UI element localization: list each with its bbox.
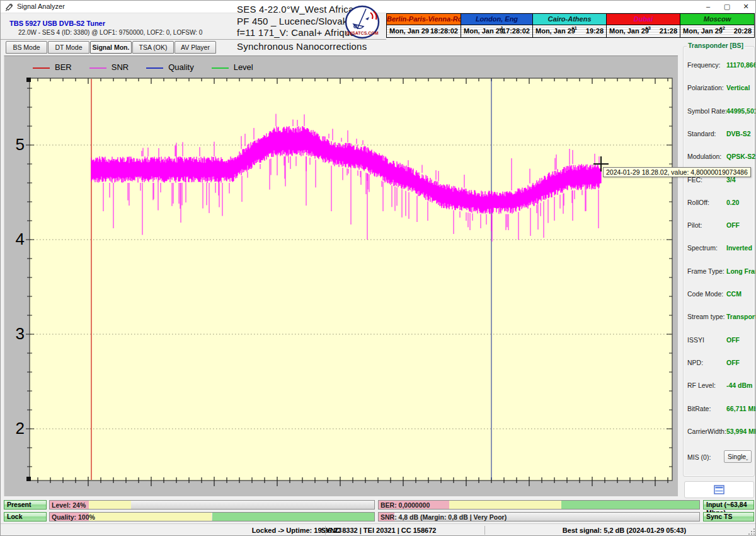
progress-segment — [89, 513, 212, 521]
resize-grip[interactable] — [748, 528, 755, 535]
clock-date: Mon, Jan 29 — [683, 27, 723, 35]
maximize-button[interactable]: ▢ — [718, 1, 736, 13]
statusbar-separator — [484, 526, 485, 535]
legend-label: SNR — [112, 62, 129, 72]
progress-bar-ber: BER: 0,0000000 — [378, 500, 700, 510]
progress-bar-level: Level: 24% — [49, 500, 375, 510]
window-title: Signal Analyzer — [17, 3, 65, 10]
sidebar-label-1: Polarization: — [687, 84, 724, 91]
clock-city: Berlin-Paris-Vienna-Roma — [387, 14, 461, 25]
legend-label: Quality — [168, 62, 193, 72]
app-icon — [5, 3, 14, 11]
sidebar-value-12: OFF — [726, 336, 740, 344]
sidebar-label-2: Symbol Rate: — [687, 107, 727, 115]
chevron-down-icon: ⌄ — [745, 453, 749, 465]
legend-item-quality: Quality — [146, 62, 193, 72]
clock-panel-4: Moscow Mon, Jan 29 +2 20:28 — [680, 13, 755, 38]
clock-time-row: Mon, Jan 29 -1 17:28:02 — [461, 25, 532, 37]
legend-item-snr: SNR — [89, 62, 129, 72]
status-badge-sync-ts: Sync TS — [703, 512, 754, 521]
clock-date: Mon, Jan 29 — [609, 27, 649, 35]
sidebar-label-11: Stream type: — [687, 313, 725, 320]
header-divider — [1, 39, 386, 40]
legend-label: Level — [234, 62, 253, 72]
progress-bar-snr: SNR: 4,8 dB (Margin: 0,8 dB | Very Poor) — [378, 512, 700, 521]
clock-panel-1: London, Eng Mon, Jan 29 -1 17:28:02 — [461, 13, 533, 38]
legend-swatch — [212, 67, 229, 69]
sidebar-value-0: 11170,866 MHz — [726, 61, 756, 69]
clock-panel-0: Berlin-Paris-Vienna-Roma Mon, Jan 29 18:… — [386, 13, 461, 38]
sidebar-value-7: OFF — [726, 221, 740, 229]
header-line-satellite: SES 4-22.0°W_West Africa — [237, 4, 354, 15]
logo-text: DXSATCS.COM — [346, 31, 378, 35]
sidebar-value-15: 66,711 Mbit/s — [726, 405, 756, 412]
clock-panel-2: Cairo-Athens Mon, Jan 29 +1 19:28 — [533, 13, 607, 38]
tab-tsa-ok-[interactable]: TSA (OK) — [132, 41, 174, 54]
sidebar-label-10: Code Mode: — [687, 290, 723, 298]
statusbar-best-signal: Best signal: 5,2 dB (2024-01-29 05:43) — [517, 527, 731, 534]
y-axis-tick-label: 3 — [6, 324, 25, 344]
status-badge-present: Present — [4, 500, 47, 510]
progress-segment — [449, 501, 561, 509]
clock-city: Moscow — [680, 14, 754, 25]
capture-report-button[interactable] — [684, 481, 754, 498]
progress-label: SNR: 4,8 dB (Margin: 0,8 dB | Very Poor) — [381, 513, 507, 521]
sidebar-label-6: RollOff: — [687, 199, 709, 206]
chart-legend: BERSNRQualityLevel — [33, 61, 271, 73]
clock-time: 19:28 — [586, 27, 604, 35]
sidebar-label-16: CarrierWidth: — [687, 428, 726, 435]
sidebar-value-1: Vertical — [726, 84, 750, 91]
sidebar-value-2: 44995,501 KS/s — [726, 107, 756, 115]
tab-dt-mode[interactable]: DT Mode — [48, 41, 89, 54]
clock-date: Mon, Jan 29 — [389, 27, 429, 35]
progress-bar-quality: Quality: 100% — [49, 512, 375, 521]
sidebar-value-8: Inverted — [726, 244, 752, 252]
y-axis-tick-label: 4 — [6, 230, 25, 249]
sidebar-label-9: Frame Type: — [687, 267, 724, 275]
legend-swatch — [89, 67, 106, 69]
progress-label: BER: 0,0000000 — [381, 501, 430, 509]
clock-date: Mon, Jan 29 — [464, 27, 503, 35]
sidebar-value-11: Transport — [726, 313, 756, 320]
close-button[interactable]: ✕ — [736, 1, 755, 13]
chart-plot[interactable] — [30, 78, 672, 483]
legend-swatch — [146, 67, 163, 69]
mis-dropdown[interactable]: Single ⌄ — [724, 450, 752, 463]
clock-city: London, Eng — [461, 14, 532, 25]
statusbar: Locked -> Uptime: 19:36:23 SYNC 8332 | T… — [1, 523, 756, 536]
sidebar-value-3: DVB-S2 — [726, 130, 751, 137]
clock-utc-offset: +2 — [719, 25, 725, 31]
statusbar-counters: SYNC 8332 | TEI 20321 | CC 158672 — [303, 527, 454, 534]
groupbox-title: Transponder [BS] — [687, 42, 745, 49]
legend-label: BER — [55, 62, 72, 72]
status-badge-lock: Lock — [4, 512, 47, 521]
report-icon — [714, 485, 724, 494]
header-line-subtitle: Synchronous Nanocorrections — [237, 41, 367, 52]
sidebar-label-12: ISSYI — [687, 336, 704, 344]
sidebar-label-13: NPD: — [687, 359, 703, 366]
tab-av-player[interactable]: AV Player — [175, 41, 216, 54]
signal-analyzer-window: Signal Analyzer – ▢ ✕ TBS 5927 USB DVB-S… — [0, 0, 756, 536]
progress-segment — [561, 501, 699, 509]
sidebar-label-3: Standard: — [687, 130, 716, 137]
sidebar-value-16: 53,994 MHz — [726, 428, 756, 435]
status-badge-input-63-84-mbps-: Input (~63,84 Mbps) — [703, 500, 754, 510]
tuner-details: 22.0W - SES 4 (ID: 3380) @ LOF1: 9750000… — [18, 29, 202, 36]
header-line-site: PF 450 _ Lucenec/Slovakia — [237, 16, 355, 26]
sidebar-value-9: Long Frame — [726, 267, 756, 275]
clock-time: 18:28:02 — [430, 27, 458, 35]
tab-signal-mon-[interactable]: Signal Mon. — [90, 41, 132, 54]
clock-date: Mon, Jan 29 — [536, 27, 575, 35]
legend-item-ber: BER — [33, 62, 72, 72]
clock-utc-offset: +1 — [571, 25, 577, 31]
sidebar-label-15: BitRate: — [687, 405, 711, 412]
clock-time: 20:28 — [734, 27, 752, 35]
tab-bs-mode[interactable]: BS Mode — [6, 41, 47, 54]
y-axis-tick-label: 2 — [6, 419, 25, 438]
minimize-button[interactable]: – — [699, 1, 718, 13]
transponder-groupbox: Frequency:11170,866 MHzPolarization:Vert… — [683, 46, 755, 477]
progress-segment — [212, 513, 375, 521]
progress-segment — [89, 501, 131, 509]
sidebar-label-14: RF Level: — [687, 382, 716, 389]
mis-label: MIS (0): — [687, 453, 711, 461]
